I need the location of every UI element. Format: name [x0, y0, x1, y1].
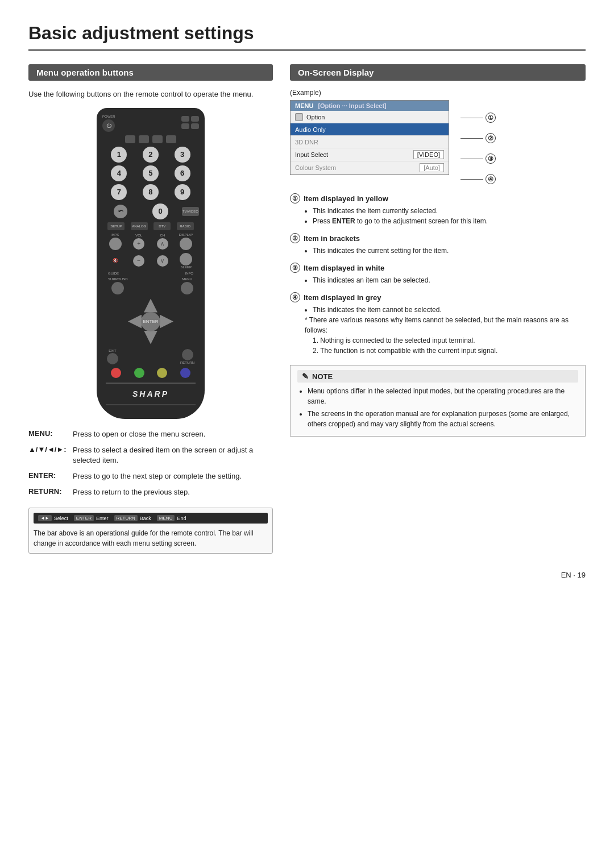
navigation-cross: ENTER — [128, 299, 173, 344]
blue-btn[interactable] — [180, 368, 190, 378]
ann-4-reason-2: 2. The function is not compatible with t… — [313, 346, 586, 356]
ann-1-bullets: This indicates the item currently select… — [305, 206, 586, 226]
osd-title-bar: MENU [Option ··· Input Select] — [291, 101, 449, 111]
tv-video-btn[interactable]: TV/VIDEO — [182, 207, 199, 216]
color-buttons-row — [105, 368, 197, 378]
op-bar: ◄► Select ENTER Enter RETURN Back MENU E… — [34, 513, 268, 524]
callout-3: ③ — [460, 153, 496, 164]
annotation-1-title: ① Item displayed in yellow — [290, 193, 586, 203]
ann-4-num: ④ — [290, 292, 300, 302]
top-icon-btn-1[interactable] — [181, 116, 189, 122]
callout-num-1: ① — [486, 113, 496, 123]
enter-btn[interactable]: ENTER — [141, 312, 160, 331]
num-btn-9[interactable]: 9 — [175, 184, 190, 200]
arrow-key: ▲/▼/◄/►: — [28, 445, 68, 466]
ann-4-reason-1: 1. Nothing is connected to the selected … — [313, 335, 586, 346]
osd-option-label: Option — [306, 114, 444, 121]
radio-btn[interactable]: RADIO — [177, 222, 194, 230]
num-btn-5[interactable]: 5 — [143, 165, 159, 181]
num-btn-recall[interactable]: ⤺ — [114, 205, 127, 218]
callout-numbers: ① ② ③ ④ — [460, 100, 496, 184]
note-label: NOTE — [312, 372, 333, 381]
ann-3-bullet-1: This indicates an item can be selected. — [313, 275, 586, 285]
nav-right-btn[interactable] — [160, 315, 173, 329]
num-btn-2[interactable]: 2 — [143, 147, 159, 163]
yellow-btn[interactable] — [157, 368, 167, 378]
ann-1-bullet-1: This indicates the item currently select… — [313, 206, 586, 216]
osd-row-input-select: Input Select [VIDEO] — [291, 148, 449, 161]
callout-num-2: ② — [486, 133, 496, 143]
mpx-btn[interactable] — [109, 238, 122, 250]
green-btn[interactable] — [134, 368, 144, 378]
num-btn-4[interactable]: 4 — [111, 165, 127, 181]
ann-4-text: Item displayed in grey — [304, 293, 381, 302]
display-label: DISPLAY — [176, 233, 197, 236]
red-btn[interactable] — [111, 368, 121, 378]
menu-btn-desc: MENU: Press to open or close the menu sc… — [28, 429, 273, 439]
num-btn-6[interactable]: 6 — [175, 165, 190, 181]
return-label: RETURN — [180, 361, 194, 364]
return-btn[interactable] — [182, 349, 193, 360]
setup-btn[interactable]: SETUP — [107, 222, 125, 230]
num-btn-8[interactable]: 8 — [143, 184, 159, 200]
power-button[interactable]: ⏻ — [102, 119, 115, 132]
osd-dnr-label: 3D DNR — [295, 139, 444, 146]
menu-btn[interactable] — [181, 282, 193, 294]
left-section-desc: Use the following buttons on the remote … — [28, 89, 273, 100]
ann-2-bullet-1: This indicates the current setting for t… — [313, 246, 586, 256]
icon-btn-c[interactable] — [152, 135, 163, 143]
info-btn-wrapper: INFO — [185, 272, 193, 275]
surround-label: SURROUND — [108, 277, 128, 281]
vol-down-btn[interactable]: − — [133, 255, 144, 267]
op-end-label: End — [177, 516, 186, 521]
example-label: (Example) — [290, 89, 586, 97]
vol-up-btn[interactable]: + — [133, 238, 144, 250]
note-header: ✎ NOTE — [297, 370, 578, 383]
sleep-btn[interactable] — [180, 253, 192, 265]
dtv-btn[interactable]: DTV — [154, 222, 171, 230]
num-btn-0[interactable]: 0 — [152, 203, 168, 219]
exit-btn[interactable] — [107, 353, 118, 364]
top-icon-btn-3[interactable] — [181, 123, 189, 129]
display-btn[interactable] — [180, 238, 192, 250]
note-box: ✎ NOTE Menu options differ in the select… — [290, 365, 586, 437]
osd-menu-word: MENU — [295, 102, 313, 109]
return-key: RETURN: — [28, 487, 68, 497]
ann-4-sub: 1. Nothing is connected to the selected … — [313, 335, 586, 356]
ann-4-bullet-2: * There are various reasons why items ca… — [305, 315, 586, 356]
note-bullets: Menu options differ in the selected inpu… — [297, 386, 578, 429]
num-btn-1[interactable]: 1 — [111, 147, 127, 163]
icon-btn-b[interactable] — [139, 135, 149, 143]
op-back-label: Back — [140, 516, 151, 521]
osd-input-label: Input Select — [295, 151, 413, 158]
osd-audio-label: Audio Only — [295, 126, 444, 133]
callout-num-3: ③ — [486, 153, 496, 164]
top-icon-btn-2[interactable] — [191, 116, 199, 122]
top-icon-btn-4[interactable] — [191, 123, 199, 129]
annotation-2: ② Item in brackets This indicates the cu… — [290, 233, 586, 256]
ann-2-bullets: This indicates the current setting for t… — [305, 246, 586, 256]
analog-btn[interactable]: ANALOG — [131, 222, 148, 230]
vol-label: VOL — [128, 234, 150, 237]
op-bar-wrapper: ◄► Select ENTER Enter RETURN Back MENU E… — [28, 508, 273, 554]
nav-left-btn[interactable] — [128, 315, 142, 329]
icon-btn-a[interactable] — [125, 135, 135, 143]
nav-down-btn[interactable] — [144, 331, 157, 344]
num-btn-7[interactable]: 7 — [111, 184, 127, 200]
note-icon: ✎ — [302, 372, 309, 381]
remote-control-image: POWER ⏻ — [28, 108, 273, 419]
remote-divider — [106, 383, 196, 384]
ch-up-btn[interactable]: ∧ — [157, 238, 168, 250]
ann-2-text: Item in brackets — [304, 234, 360, 243]
ch-down-btn[interactable]: ∨ — [157, 255, 168, 267]
icon-btn-d[interactable] — [166, 135, 176, 143]
osd-breadcrumb: [Option ··· Input Select] — [318, 102, 386, 109]
right-section-header: On-Screen Display — [290, 64, 586, 81]
num-btn-3[interactable]: 3 — [175, 147, 190, 163]
op-end-icon: MENU — [157, 515, 175, 521]
guide-label: GUIDE — [108, 272, 119, 275]
nav-up-btn[interactable] — [144, 299, 157, 313]
enter-btn-desc: ENTER: Press to go to the next step or c… — [28, 471, 273, 481]
surround-btn[interactable] — [111, 282, 124, 294]
osd-callout-wrapper: MENU [Option ··· Input Select] Option Au… — [290, 100, 586, 184]
